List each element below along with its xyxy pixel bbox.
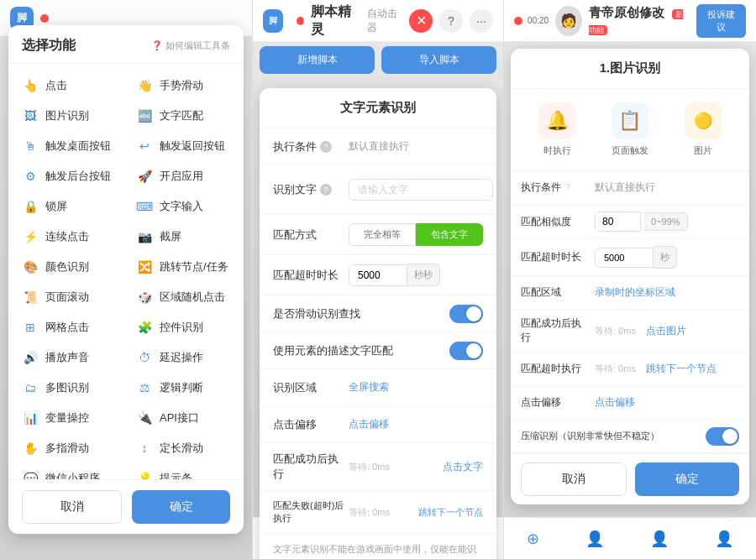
click-offset-label: 点击偏移 — [273, 417, 349, 432]
func-item-multi-touch[interactable]: ✋ 多指滑动 — [12, 433, 126, 463]
more-button[interactable]: ··· — [470, 9, 493, 33]
func-item-page-scroll[interactable]: 📜 页面滚动 — [12, 282, 126, 312]
mid-topbar: 脚 脚本精灵 自动击器 ✕ ? ··· — [253, 0, 503, 42]
func-label-jump-node: 跳转节点/任务 — [160, 259, 228, 274]
func-item-widget-rec[interactable]: 🧩 控件识别 — [126, 312, 240, 342]
r-exec-cond-label: 执行条件 ? — [521, 180, 588, 195]
img-type-page[interactable]: 📋 页面触发 — [612, 102, 648, 157]
multi-touch-icon: ✋ — [22, 440, 39, 457]
slide-rec-row: 是否滑动识别查找 — [260, 295, 496, 332]
right-bottom-nav: ⊕ 👤 👤 👤 — [504, 517, 756, 559]
r-exec-cond-row: 执行条件 ? 默认直接执行 — [511, 171, 749, 205]
add-script-button[interactable]: 新增脚本 — [260, 46, 375, 74]
func-item-click[interactable]: 👆 点击 — [12, 71, 126, 101]
trigger-desktop-icon: 🖱 — [22, 138, 39, 154]
form-note: 文字元素识别不能在游戏画面中使用，仅能在能识别到元素的页面中使用，请使用文字识别… — [260, 534, 496, 559]
func-item-area-random[interactable]: 🎲 区域随机点击 — [126, 282, 240, 312]
mid-title: 脚本精灵 — [311, 3, 357, 39]
continuous-icon: ⚡ — [22, 228, 39, 245]
r-confirm-button[interactable]: 确定 — [635, 462, 739, 496]
func-item-var-control[interactable]: 📊 变量操控 — [12, 403, 126, 433]
func-item-logic[interactable]: ⚖ 逻辑判断 — [126, 373, 240, 403]
func-item-jump-node[interactable]: 🔀 跳转节点/任务 — [126, 252, 240, 282]
func-item-reminder[interactable]: 💡 提示条 — [126, 463, 240, 479]
r-match-area-value: 录制时的坐标区域 — [595, 285, 739, 300]
select-func-footer: 取消 确定 — [8, 479, 244, 534]
reminder-icon: 💡 — [136, 470, 153, 479]
r-accuracy-input[interactable] — [595, 212, 641, 232]
func-item-trigger-back[interactable]: ↩ 触发返回按钮 — [126, 131, 240, 161]
r-click-offset-value: 点击偏移 — [595, 395, 739, 410]
r-nav-more[interactable]: 👤 — [640, 526, 679, 551]
right-topbar: 00:20 🧑 青帝原创修改 新功能 投诉建议 — [504, 0, 756, 42]
func-item-screenshot[interactable]: 📷 截屏 — [126, 222, 240, 252]
multi-rec-icon: 🗂 — [22, 379, 39, 396]
wechat-icon: 💬 — [22, 470, 39, 479]
slide-rec-toggle[interactable] — [449, 305, 483, 323]
var-control-icon: 📊 — [22, 410, 39, 426]
r-cancel-button[interactable]: 取消 — [521, 462, 627, 496]
func-item-fixed-scroll[interactable]: ↕ 定长滑动 — [126, 433, 240, 463]
rec-text-help-icon: ? — [320, 184, 332, 196]
r-match-area-row: 匹配区域 录制时的坐标区域 — [511, 276, 749, 310]
func-item-trigger-bg[interactable]: ⚙ 触发后台按钮 — [12, 161, 126, 191]
r-accuracy-row: 匹配相似度 0~99% — [511, 205, 749, 239]
delay-icon: ⏱ — [136, 349, 153, 366]
success-exec-row: 匹配成功后执行 等待: 0ms 点击文字 — [260, 443, 496, 491]
import-script-button[interactable]: 导入脚本 — [381, 46, 496, 74]
func-item-grid-click[interactable]: ⊞ 网格点击 — [12, 312, 126, 342]
r-nav-add[interactable]: ⊕ — [517, 526, 549, 551]
color-rec-icon: 🎨 — [22, 259, 39, 275]
r-exec-cond-value: 默认直接执行 — [595, 180, 739, 195]
func-item-trigger-desktop[interactable]: 🖱 触发桌面按钮 — [12, 131, 126, 161]
logic-icon: ⚖ — [136, 379, 153, 396]
match-contains-button[interactable]: 包含文字 — [416, 223, 483, 246]
user-avatar: 🧑 — [555, 6, 582, 36]
timeout-input[interactable] — [349, 264, 407, 286]
r-click-offset-label: 点击偏移 — [521, 395, 588, 410]
img-type-time[interactable]: 🔔 时执行 — [538, 102, 575, 157]
exec-cond-help-icon: ? — [320, 141, 332, 153]
func-item-gesture[interactable]: 👋 手势滑动 — [126, 71, 240, 101]
use-desc-toggle[interactable] — [449, 342, 483, 360]
rec-text-input[interactable] — [349, 179, 493, 201]
match-exact-button[interactable]: 完全相等 — [349, 223, 416, 246]
func-item-text-input[interactable]: ⌨ 文字输入 — [126, 191, 240, 222]
func-item-play-sound[interactable]: 🔊 播放声音 — [12, 342, 126, 373]
exec-cond-row: 执行条件 ? 默认直接执行 — [260, 128, 496, 165]
func-item-text-match[interactable]: 🔤 文字匹配 — [126, 101, 240, 131]
select-func-header: 选择功能 ❓ 如何编辑工具条 — [8, 25, 244, 64]
click-offset-row: 点击偏移 点击偏移 — [260, 406, 496, 443]
r-accuracy-input-group: 0~99% — [595, 212, 739, 232]
widget-rec-icon: 🧩 — [136, 319, 153, 336]
func-item-multi-rec[interactable]: 🗂 多图识别 — [12, 373, 126, 403]
click-icon: 👆 — [22, 77, 39, 94]
func-item-continuous[interactable]: ⚡ 连续点击 — [12, 222, 126, 252]
help-button[interactable]: ? — [439, 9, 463, 33]
func-item-open-app[interactable]: 🚀 开启应用 — [126, 161, 240, 191]
left-confirm-button[interactable]: 确定 — [132, 490, 230, 524]
r-timeout-input[interactable] — [595, 248, 654, 268]
img-type-img-icon: 🟡 — [685, 102, 722, 139]
mid-app-icon: 脚 — [263, 9, 283, 33]
func-item-lock[interactable]: 🔒 锁屏 — [12, 191, 126, 222]
r-timeout-group: 秒 — [595, 246, 677, 269]
r-click-offset-row: 点击偏移 点击偏移 — [511, 386, 749, 420]
r-profile-icon: 👤 — [715, 530, 733, 548]
question-icon: ❓ — [151, 40, 163, 51]
close-button[interactable]: ✕ — [409, 9, 433, 33]
func-item-wechat[interactable]: 💬 微信小程序 — [12, 463, 126, 479]
func-label-trigger-back: 触发返回按钮 — [160, 138, 225, 154]
func-item-api[interactable]: 🔌 API接口 — [126, 403, 240, 433]
open-app-icon: 🚀 — [136, 168, 153, 185]
r-nav-list[interactable]: 👤 — [575, 526, 614, 551]
func-item-delay[interactable]: ⏱ 延迟操作 — [126, 342, 240, 373]
func-item-img-rec[interactable]: 🖼 图片识别 — [12, 101, 126, 131]
r-compress-toggle[interactable] — [706, 427, 739, 446]
left-cancel-button[interactable]: 取消 — [22, 490, 122, 524]
func-item-color-rec[interactable]: 🎨 颜色识别 — [12, 252, 126, 282]
report-button[interactable]: 投诉建议 — [696, 4, 746, 38]
img-type-img[interactable]: 🟡 图片 — [685, 102, 722, 157]
how-to-edit[interactable]: ❓ 如何编辑工具条 — [151, 39, 230, 52]
r-nav-profile[interactable]: 👤 — [705, 526, 743, 551]
